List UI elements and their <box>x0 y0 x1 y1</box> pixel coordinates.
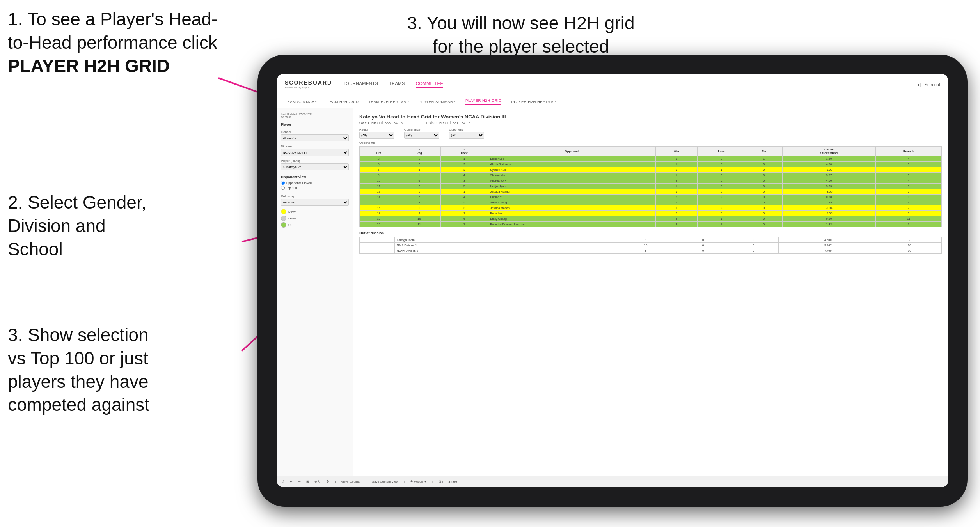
col-rounds: Rounds <box>876 147 942 156</box>
sidebar-player-section: Player <box>281 122 349 126</box>
opponent-select[interactable]: (All) <box>449 132 484 139</box>
table-row: 522Alexis Sudjianto1004.003 <box>360 162 942 167</box>
nav-teams[interactable]: TEAMS <box>389 81 405 88</box>
toolbar-redo[interactable]: ↪ <box>298 480 301 483</box>
nav-links: TOURNAMENTS TEAMS COMMITTEE <box>343 81 918 88</box>
sub-nav-team-heatmap[interactable]: TEAM H2H HEATMAP <box>368 99 409 104</box>
tablet-screen: SCOREBOARD Powered by clippd TOURNAMENTS… <box>277 74 948 487</box>
col-tie: Tie <box>746 147 782 156</box>
sub-nav-team-h2h[interactable]: TEAM H2H GRID <box>327 99 359 104</box>
step2-instruction: 2. Select Gender, Division and School <box>8 191 238 261</box>
sidebar-player-rank-select[interactable]: 8. Katelyn Vo <box>281 163 349 170</box>
table-row: 1822Euna Lee000-5.002 <box>360 211 942 216</box>
logo-sub: Powered by clippd <box>285 86 332 89</box>
sidebar-player-label: Player <box>281 122 349 126</box>
nav-tournaments[interactable]: TOURNAMENTS <box>343 81 378 88</box>
toolbar-clock[interactable]: ⏱ <box>326 480 329 483</box>
nav-right: i | Sign out <box>918 82 940 87</box>
toolbar-share[interactable]: Share <box>448 480 457 483</box>
toolbar-undo2[interactable]: ↩ <box>290 480 293 483</box>
main-content: Last Updated: 27/03/2024 16:55:38 Player… <box>277 108 948 476</box>
region-label: Region <box>359 128 394 131</box>
toolbar-view-original[interactable]: View: Original <box>341 480 360 483</box>
legend-level: Level <box>288 217 296 220</box>
toolbar-divider: | <box>335 480 336 483</box>
color-legend: Down Level Up <box>281 209 349 228</box>
table-row: 1311Jessica Huang100-3.002 <box>360 189 942 195</box>
toolbar-copy[interactable]: ⊞ <box>306 480 309 483</box>
conference-select[interactable]: (All) <box>404 132 439 139</box>
toolbar-watch[interactable]: 👁 Watch ▼ <box>410 480 427 483</box>
opponents-label: Opponents: <box>359 141 942 145</box>
ood-table-row: NAIA Division 115009.26730 <box>360 243 942 248</box>
col-opponent: Opponent <box>488 147 655 156</box>
logo-text: SCOREBOARD <box>285 80 332 86</box>
sub-nav: TEAM SUMMARY TEAM H2H GRID TEAM H2H HEAT… <box>277 95 948 108</box>
toolbar-more-actions[interactable]: ⊡ | <box>439 480 443 483</box>
sidebar: Last Updated: 27/03/2024 16:55:38 Player… <box>277 108 353 476</box>
sidebar-gender-label: Gender <box>281 130 349 134</box>
sidebar-opponent-view-section: Opponent view Opponents Played Top 100 <box>281 175 349 190</box>
toolbar-divider3: | <box>404 480 405 483</box>
region-select[interactable]: (All) <box>359 132 394 139</box>
filters-row: Region (All) Conference (All) <box>359 128 942 139</box>
ood-table-row: Foreign Team1004.5002 <box>360 237 942 243</box>
table-row: 1585Stella Cheng1001.254 <box>360 200 942 205</box>
table-row: 19106Emily Chang4100.3011 <box>360 216 942 222</box>
bottom-toolbar: ↺ ↩ ↪ ⊞ ⊕ ↻ ⏱ | View: Original | Save Cu… <box>277 476 948 487</box>
sidebar-gender-section: Gender Women's <box>281 130 349 141</box>
legend-down: Down <box>288 210 296 214</box>
sidebar-radio-opponents[interactable]: Opponents Played <box>281 181 349 185</box>
logo-area: SCOREBOARD Powered by clippd <box>285 80 332 89</box>
step1-instruction: 1. To see a Player's Head- to-Head perfo… <box>8 8 250 78</box>
step3-bottom-instruction: 3. Show selection vs Top 100 or just pla… <box>8 324 242 417</box>
table-row: 311Esther Lee1011.504 <box>360 156 942 162</box>
toolbar-divider2: | <box>366 480 367 483</box>
sidebar-colour-label: Colour by <box>281 195 349 198</box>
table-row: 1474Eunice Yi2200.389 <box>360 195 942 200</box>
conference-label: Conference <box>404 128 439 131</box>
col-div: #Div <box>360 147 398 156</box>
table-row: 1613Jessica Mason120-0.947 <box>360 205 942 211</box>
conference-filter: Conference (All) <box>404 128 439 139</box>
sidebar-division-select[interactable]: NCAA Division III <box>281 149 349 156</box>
opponent-filter: Opponent (All) <box>449 128 484 139</box>
toolbar-more[interactable]: ⊕ ↻ <box>314 480 321 483</box>
table-row: 914Sharon Mun1003.673 <box>360 173 942 178</box>
toolbar-undo[interactable]: ↺ <box>282 480 284 483</box>
sidebar-division-label: Division <box>281 145 349 148</box>
sidebar-player-rank-label: Player (Rank) <box>281 159 349 163</box>
sub-nav-player-h2h[interactable]: PLAYER H2H GRID <box>465 98 501 105</box>
col-diff: Diff AvStrokes/Rnd <box>782 147 875 156</box>
col-loss: Loss <box>697 147 746 156</box>
sub-nav-player-heatmap[interactable]: PLAYER H2H HEATMAP <box>511 99 556 104</box>
sidebar-opponent-view-label: Opponent view <box>281 175 349 179</box>
grid-title: Katelyn Vo Head-to-Head Grid for Women's… <box>359 114 942 120</box>
nav-committee[interactable]: COMMITTEE <box>416 81 444 88</box>
table-row: 633Sydney Kuo010-1.00 <box>360 167 942 173</box>
nav-bar: SCOREBOARD Powered by clippd TOURNAMENTS… <box>277 74 948 95</box>
out-of-division-label: Out of division <box>359 231 942 235</box>
sidebar-timestamp: Last Updated: 27/03/2024 16:55:38 <box>281 113 349 118</box>
table-row: 1125Heejo Hyun1003.333 <box>360 184 942 189</box>
sign-out-link[interactable]: Sign out <box>925 82 940 87</box>
col-win: Win <box>655 147 697 156</box>
table-row: 20117Federica Domecq Lacroze2101.336 <box>360 222 942 227</box>
sidebar-division-section: Division NCAA Division III <box>281 145 349 156</box>
ood-table-row: NCAA Division 25007.40010 <box>360 248 942 254</box>
sub-nav-player-summary[interactable]: PLAYER SUMMARY <box>419 99 456 104</box>
sidebar-colour-select[interactable]: Win/loss <box>281 199 349 206</box>
sub-nav-team-summary[interactable]: TEAM SUMMARY <box>285 99 317 104</box>
toolbar-save-custom[interactable]: Save Custom View <box>372 480 398 483</box>
sidebar-player-rank-section: Player (Rank) 8. Katelyn Vo <box>281 159 349 170</box>
out-of-division-table: Foreign Team1004.5002NAIA Division 11500… <box>359 237 942 254</box>
sidebar-gender-select[interactable]: Women's <box>281 134 349 141</box>
region-filter: Region (All) <box>359 128 394 139</box>
sidebar-radio-top100[interactable]: Top 100 <box>281 186 349 190</box>
toolbar-divider4: | <box>432 480 433 483</box>
table-row: 1063Andrea York2004.004 <box>360 178 942 184</box>
col-conf: #Conf <box>440 147 488 156</box>
col-reg: #Reg <box>398 147 440 156</box>
tablet-frame: SCOREBOARD Powered by clippd TOURNAMENTS… <box>257 55 968 507</box>
legend-up: Up <box>288 223 292 227</box>
